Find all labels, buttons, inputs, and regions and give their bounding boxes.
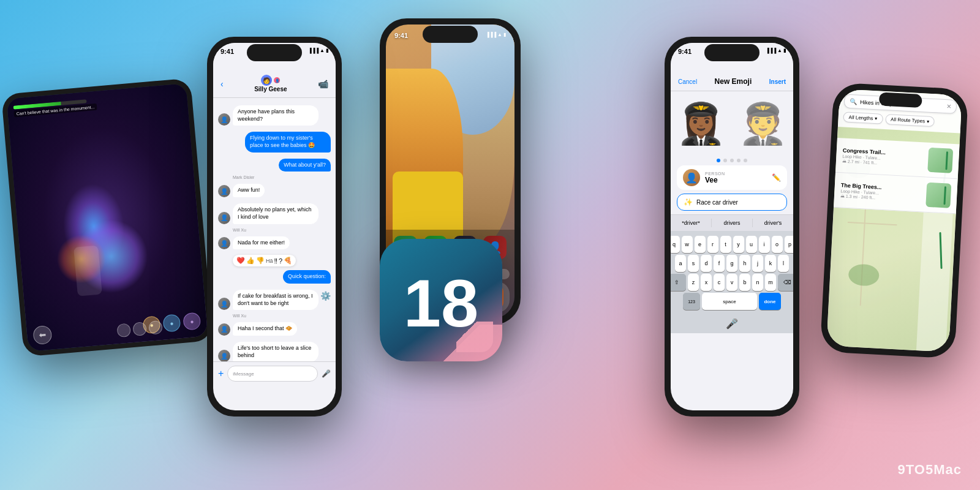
phone-messages-device: 9:41 ▐▐▐ ▲ ▮ ‹ 🧑 👤 Silly Geese 📹 [207, 37, 342, 417]
reaction-heart[interactable]: ❤️ [236, 257, 245, 265]
emoji-character-1[interactable]: 👩🏾‍✈️ [676, 104, 726, 143]
key-t[interactable]: t [720, 236, 731, 253]
emoji-notch [704, 44, 760, 61]
maps-results: Congress Trail... Loop Hike · Tulare... … [834, 138, 960, 214]
watermark: 9TO5Mac [898, 462, 962, 478]
watermark-text: 9TO5Mac [898, 462, 962, 477]
maps-result-2[interactable]: The Big Trees... Loop Hike · Tulare... ⛰… [834, 173, 958, 214]
prompt-input-bar[interactable]: ✨ Race car driver [677, 194, 787, 211]
key-x[interactable]: x [701, 274, 712, 291]
main-scene: 9TO5Mac 18 Can't beli [0, 0, 980, 490]
autocomplete-2[interactable]: drivers [712, 219, 753, 227]
key-g[interactable]: g [726, 255, 737, 272]
keyboard-mic-icon[interactable]: 🎤 [726, 318, 738, 330]
video-call-icon[interactable]: 📹 [318, 79, 328, 89]
key-n[interactable]: n [752, 274, 763, 291]
emoji-cancel-button[interactable]: Cancel [678, 78, 697, 85]
reaction-haha[interactable]: Hä [266, 258, 273, 264]
ctrl-btn4[interactable]: ● [183, 312, 201, 330]
msg-8-settings[interactable]: ⚙️ [320, 291, 331, 301]
reaction-bar[interactable]: ❤️ 👍 👎 Hä ‼️ ? 🍕 [233, 255, 296, 266]
reaction-more[interactable]: 🍕 [284, 257, 292, 265]
ability-1[interactable] [116, 323, 131, 337]
key-l[interactable]: l [778, 255, 789, 272]
key-j[interactable]: j [752, 255, 763, 272]
key-done[interactable]: done [759, 293, 781, 310]
emoji-figure-1: 👩🏾‍✈️ [676, 104, 726, 143]
messages-status-icons: ▐▐▐ ▲ ▮ [308, 48, 328, 53]
key-m[interactable]: m [765, 274, 776, 291]
home-status-icons: ▐▐▐ ▲ ▮ [486, 32, 506, 39]
mic-button[interactable]: 🎤 [322, 369, 331, 378]
keyboard-row-3: ⇧ z x c v b n m ⌫ [673, 274, 791, 291]
filter-length-label: All Lengths [848, 115, 873, 121]
key-space[interactable]: space [702, 293, 757, 310]
key-u[interactable]: u [746, 236, 757, 253]
add-attachment-button[interactable]: + [218, 368, 224, 379]
key-f[interactable]: f [714, 255, 725, 272]
msg-sender-6: Will Xu [233, 228, 331, 232]
emoji-signal: ▐▐▐ [766, 48, 776, 53]
message-input-field[interactable]: iMessage [227, 366, 318, 382]
ability-2[interactable] [132, 322, 147, 336]
autocomplete-3[interactable]: driver's [753, 219, 793, 227]
message-row-9: 👤 Haha I second that 🧇 [218, 322, 331, 336]
reaction-question[interactable]: ? [279, 257, 282, 265]
ctrl-btn3[interactable]: ● [162, 314, 181, 332]
signal-icon: ▐▐▐ [308, 48, 318, 53]
messages-back-button[interactable]: ‹ [221, 79, 224, 89]
key-shift[interactable]: ⇧ [671, 274, 686, 291]
reaction-exclaim[interactable]: ‼️ [274, 257, 278, 265]
forest-2 [848, 263, 880, 287]
key-k[interactable]: k [765, 255, 776, 272]
key-a[interactable]: a [675, 255, 686, 272]
person-label: PERSON [705, 172, 725, 176]
messages-input-bar: + iMessage 🎤 [213, 361, 336, 385]
emoji-character-2[interactable]: 🧑‍✈️ [738, 104, 788, 143]
autocomplete-1[interactable]: *driver* [671, 219, 712, 227]
key-y[interactable]: y [733, 236, 744, 253]
msg-bubble-9: Haha I second that 🧇 [233, 322, 297, 336]
maps-result-1[interactable]: Congress Trail... Loop Hike · Tulare... … [835, 138, 960, 179]
dot-3 [730, 159, 734, 162]
key-w[interactable]: w [682, 236, 693, 253]
prompt-text: Race car driver [696, 199, 780, 206]
key-z[interactable]: z [688, 274, 699, 291]
reaction-thumbsdown[interactable]: 👎 [256, 257, 265, 265]
msg-avatar-1: 👤 [218, 113, 230, 126]
battery-icon: ▮ [326, 48, 328, 53]
msg-sender-9: Will Xu [233, 314, 331, 318]
msg-sender-4: Mark Disler [233, 175, 331, 179]
maps-close-button[interactable]: ✕ [946, 103, 952, 110]
hike-distance-icon2: ⛰ [840, 194, 845, 198]
message-row-3: What about y'all? [218, 159, 331, 172]
key-r[interactable]: r [707, 236, 718, 253]
key-i[interactable]: i [759, 236, 770, 253]
reaction-thumbsup[interactable]: 👍 [246, 257, 255, 265]
emoji-screen: 9:41 ▐▐▐ ▲ ▮ Cancel New Emoji Insert 👩🏾‍… [671, 43, 793, 410]
key-numbers[interactable]: 123 [683, 293, 700, 310]
key-c[interactable]: c [714, 274, 725, 291]
msg-8-content: If cake for breakfast is wrong, I don't … [233, 290, 331, 310]
key-b[interactable]: b [739, 274, 750, 291]
emoji-insert-button[interactable]: Insert [769, 78, 786, 85]
map-road-2 [847, 222, 897, 225]
key-s[interactable]: s [688, 255, 699, 272]
key-e[interactable]: e [695, 236, 706, 253]
ability-3[interactable] [148, 320, 163, 335]
key-p[interactable]: p [785, 236, 794, 253]
key-d[interactable]: d [701, 255, 712, 272]
key-h[interactable]: h [739, 255, 750, 272]
person-edit-icon[interactable]: ✏️ [772, 173, 781, 182]
msg-avatar-9: 👤 [218, 323, 230, 336]
maps-filter-route-type[interactable]: All Route Types ▾ [885, 114, 935, 127]
wifi-icon: ▲ [320, 48, 325, 53]
ctrl-btn1[interactable]: ⬅ [32, 325, 53, 345]
maps-filter-length[interactable]: All Lengths ▾ [843, 111, 883, 124]
key-o[interactable]: o [772, 236, 783, 253]
home-signal: ▐▐▐ [486, 32, 496, 39]
key-q[interactable]: q [671, 236, 680, 253]
key-v[interactable]: v [726, 274, 737, 291]
messages-body[interactable]: 👤 Anyone have plans this weekend? Flying… [213, 98, 336, 361]
key-delete[interactable]: ⌫ [778, 274, 793, 291]
